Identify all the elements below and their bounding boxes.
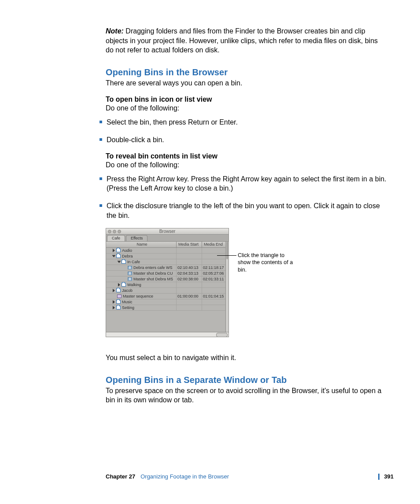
disclosure-triangle-icon[interactable] [112,255,116,258]
traffic-lights [108,230,121,233]
list-item: Click the disclosure triangle to the lef… [99,201,387,220]
footer-bar [378,474,379,480]
media-start: 02:00:38:00 [177,276,202,282]
bin-icon [122,260,126,264]
media-end [202,282,228,287]
titlebar: Browser [106,228,228,235]
rows-container: AudioDebraIn CafeDebra enters cafe WS02:… [106,248,228,311]
media-start: 02:10:40:13 [177,265,202,270]
note-text: Dragging folders and files from the Find… [106,27,378,54]
bin-icon [116,289,121,292]
list-item: Select the bin, then press Return or Ent… [99,118,387,127]
footer-title: Organizing Footage in the Browser [140,473,374,480]
media-start [177,288,202,293]
after-figure-text: You must select a bin to navigate within… [106,353,387,363]
row-name: Walking [127,282,141,287]
row-name: Jacob [122,288,133,293]
media-start [177,299,202,305]
list-item: Double-click a bin. [99,135,387,145]
clip-icon [128,277,132,281]
follow-1: Do one of the following: [106,103,387,113]
bullet-list-1: Select the bin, then press Return or Ent… [99,118,387,144]
footer-page: 391 [384,473,394,480]
row-name: In Cafe [127,259,140,265]
media-start: 02:04:33:13 [177,271,202,276]
media-start [177,248,202,253]
bin-icon [122,283,126,287]
section1-intro: There are several ways you can open a bi… [106,78,387,88]
media-end [202,254,228,259]
clip-icon [128,266,132,269]
col-name[interactable]: Name [106,242,177,247]
scrollbar-horizontal[interactable] [106,332,228,337]
table-row[interactable]: Master shot Debra CU02:04:33:1302:05:27:… [106,271,228,276]
note-label: Note: [106,27,124,35]
media-end: 02:01:33:11 [202,276,228,282]
disclosure-triangle-icon[interactable] [113,300,115,304]
table-row[interactable]: Audio [106,248,228,254]
callout-text: Click the triangle to show the contents … [238,252,295,273]
row-name: Music [122,299,133,305]
subhead-reveal: To reveal bin contents in list view [106,152,387,160]
table-row[interactable]: Master shot Debra MS02:00:38:0002:01:33:… [106,276,228,282]
table-row[interactable]: Master sequence01:00:00:0001:01:04:15 [106,294,228,299]
row-name: Debra [122,254,133,259]
tab-effects[interactable]: Effects [126,235,147,241]
list-item: Press the Right Arrow key. Press the Rig… [99,174,387,193]
disclosure-triangle-icon[interactable] [118,283,120,287]
section2-intro: To preserve space on the screen or to av… [106,386,387,405]
table-row[interactable]: Walking [106,282,228,288]
heading-opening-bins: Opening Bins in the Browser [106,67,387,77]
row-name: Master sequence [123,294,153,299]
footer-chapter: Chapter 27 [106,473,135,480]
media-end [202,305,228,310]
table-row[interactable]: In Cafe [106,259,228,265]
disclosure-triangle-icon[interactable] [113,289,115,292]
tab-cafe[interactable]: Cafe [107,235,125,241]
disclosure-triangle-icon[interactable] [113,249,115,252]
table-row[interactable]: Jacob [106,288,228,294]
sequence-icon [117,294,122,298]
media-end [202,259,228,265]
figure-browser: Browser Cafe Effects Name Media Start Me… [106,228,387,351]
bin-icon [116,300,121,304]
table-row[interactable]: Setting [106,305,228,311]
table-row[interactable]: Music [106,299,228,305]
media-end [202,248,228,253]
col-media-start[interactable]: Media Start [177,242,202,247]
media-end: 01:01:04:15 [202,294,228,299]
disclosure-triangle-icon[interactable] [113,306,115,309]
table-row[interactable]: Debra [106,254,228,259]
bin-icon [116,306,121,309]
disclosure-triangle-icon[interactable] [118,261,121,263]
row-name: Debra enters cafe WS [133,265,173,270]
media-start [177,305,202,310]
media-end [202,288,228,293]
media-end: 02:05:27:06 [202,271,228,276]
note-paragraph: Note: Dragging folders and files from th… [106,26,387,55]
callout-line [217,255,236,256]
row-name: Master shot Debra MS [133,276,173,282]
follow-2: Do one of the following: [106,160,387,170]
col-media-end[interactable]: Media End [202,242,228,247]
page-content: Note: Dragging folders and files from th… [106,26,387,405]
browser-window: Browser Cafe Effects Name Media Start Me… [106,228,229,337]
row-name: Audio [122,248,132,253]
heading-separate-window: Opening Bins in a Separate Window or Tab [106,375,387,385]
tab-row: Cafe Effects [106,235,228,242]
media-start: 01:00:00:00 [177,294,202,299]
bin-icon [116,254,121,258]
media-end: 02:11:18:17 [202,265,228,270]
row-name: Master shot Debra CU [133,271,173,276]
media-start [177,282,202,287]
window-title: Browser [159,229,176,234]
media-start [177,259,202,265]
row-name: Setting [122,305,134,310]
media-start [177,254,202,259]
clip-icon [128,272,132,275]
table-row[interactable]: Debra enters cafe WS02:10:40:1302:11:18:… [106,265,228,271]
bin-icon [116,249,121,252]
column-headers: Name Media Start Media End [106,242,228,248]
subhead-icon-list: To open bins in icon or list view [106,96,387,103]
bullet-list-2: Press the Right Arrow key. Press the Rig… [99,174,387,220]
